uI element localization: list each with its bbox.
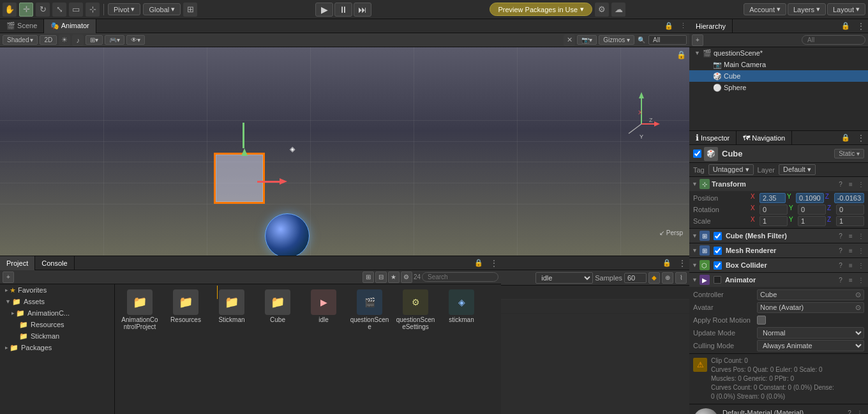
sphere-viewport-object[interactable] [265,213,310,256]
boxcollider-more-btn[interactable]: ⋮ [857,261,865,270]
anim-keyframe-btn[interactable]: ◆ [648,272,660,284]
hier-search-input[interactable] [802,35,865,45]
anim-samples-input[interactable] [624,273,647,283]
transform-more-btn[interactable]: ⋮ [857,180,865,188]
scene-vfx-dropdown[interactable]: 🎮▾ [105,35,124,45]
scale-x-field[interactable]: 1 [760,216,788,226]
move-tool[interactable]: ✛ [19,3,33,17]
pause-button[interactable]: ⏸ [334,3,352,17]
scale-tool[interactable]: ⤡ [52,3,66,17]
cloud-icon[interactable]: ☁ [611,3,625,17]
proj-content-cube-folder[interactable]: 📁 Cube [255,287,300,333]
material-more-btn[interactable]: ⋮ [855,408,864,414]
proj-content-questionscenesettings[interactable]: ⚙ questionSceneSettings [393,287,438,333]
2d-toggle[interactable]: 2D [40,35,57,45]
pos-x-field[interactable]: 2.35 [760,193,786,203]
proj-settings-btn[interactable]: ⚙ [401,272,412,283]
scene-more-icon[interactable]: ⋮ [677,22,689,30]
tab-project[interactable]: Project [0,256,35,270]
meshfilter-settings-btn[interactable]: ≡ [846,231,855,240]
anim-add-key-btn[interactable]: ⊕ [662,272,673,284]
preview-packages-btn[interactable]: Preview Packages in Use ▾ [490,3,592,16]
meshrenderer-settings-btn[interactable]: ≡ [846,246,855,255]
animator-header[interactable]: ▼ ▶ Animator ? ≡ ⋮ [689,273,868,287]
hier-more-icon[interactable]: ⋮ [854,21,868,31]
layer-dropdown[interactable]: Default ▾ [779,164,816,175]
camera-dropdown[interactable]: 📷▾ [577,35,597,45]
avatar-field[interactable]: None (Avatar) ⊙ [757,302,864,313]
gizmos-dropdown[interactable]: Gizmos ▾ [599,35,634,45]
anim-more-icon[interactable]: ⋮ [675,258,689,268]
boxcollider-settings-btn[interactable]: ≡ [846,261,855,270]
pivot-btn[interactable]: Pivot▾ [108,3,140,15]
global-btn[interactable]: Global▾ [143,3,181,15]
inspector-tab[interactable]: ℹ Inspector [689,131,737,145]
pos-y-field[interactable]: 0.1090 [796,193,824,203]
boxcollider-help-btn[interactable]: ? [836,261,845,270]
proj-fav-btn[interactable]: ★ [388,272,400,283]
meshrenderer-checkbox[interactable] [714,247,722,255]
proj-content-resources[interactable]: 📁 Resources [163,287,208,333]
insp-lock-icon[interactable]: 🔒 [839,134,853,142]
proj-content-animcontrol[interactable]: 📁 AnimationControlProject [117,287,162,333]
proj-lock-icon[interactable]: 🔒 [472,259,486,267]
scale-z-field[interactable]: 1 [836,216,864,226]
hier-item-sphere[interactable]: ⚪ Sphere [689,82,868,93]
hand-tool[interactable]: ✋ [3,3,17,17]
insp-more-icon[interactable]: ⋮ [854,133,868,143]
transform-settings-btn[interactable]: ≡ [846,180,855,188]
tab-console[interactable]: Console [35,256,74,270]
boxcollider-checkbox[interactable] [714,261,722,270]
play-button[interactable]: ▶ [315,3,333,17]
box-collider-header[interactable]: ▼ ⬡ Box Collider ? ≡ ⋮ [689,258,868,272]
transform-tool[interactable]: ⊹ [86,3,100,17]
transform-header[interactable]: ▼ ⊹ Transform ? ≡ ⋮ [689,177,868,191]
proj-more-icon[interactable]: ⋮ [487,258,501,268]
rot-x-field[interactable]: 0 [760,204,788,215]
culling-mode-select[interactable]: Always Animate Cull Update Transforms Cu… [757,340,864,351]
static-dropdown[interactable]: Static ▾ [834,149,864,158]
tag-dropdown[interactable]: Untagged ▾ [708,164,754,175]
animator-checkbox[interactable] [714,276,721,284]
grid-btn[interactable]: ⊞ [183,3,197,17]
scene-close-icon[interactable]: ✕ [564,34,575,46]
anim-curves-btn[interactable]: ⌇ [675,272,687,284]
step-button[interactable]: ⏭ [354,3,371,17]
pos-z-field[interactable]: -0.0163 [834,193,864,203]
timeline-cursor[interactable] [217,286,218,299]
hier-item-main-camera[interactable]: 📷 Main Camera [689,59,868,70]
tab-scene[interactable]: 🎬 Scene [0,19,44,33]
scene-audio-icon[interactable]: ♪ [72,34,84,46]
proj-assets-item[interactable]: ▼ 📁 Assets [0,296,114,307]
proj-stickman-item[interactable]: 📁 Stickman [0,330,114,342]
meshfilter-checkbox[interactable] [714,232,722,240]
tab-animator[interactable]: 🎭 Animator [44,19,96,33]
transform-help-btn[interactable]: ? [836,180,845,188]
hierarchy-tab[interactable]: Hierarchy [689,19,733,33]
proj-view-btn[interactable]: ⊞ [363,272,374,283]
gear-icon[interactable]: ⚙ [595,3,609,17]
cube-viewport-object[interactable]: ◈ [214,153,265,204]
shaded-dropdown[interactable]: Shaded▾ [3,35,38,45]
scene-hidden-dropdown[interactable]: 👁▾ [126,35,145,45]
meshfilter-more-btn[interactable]: ⋮ [857,231,865,240]
animator-more-btn[interactable]: ⋮ [857,275,865,284]
proj-content-questionscene[interactable]: 🎬 questionScene [347,287,392,333]
scene-lock-icon[interactable]: 🔒 [661,22,677,30]
hier-add-btn[interactable]: + [692,34,703,46]
mesh-filter-header[interactable]: ▼ ⊞ Cube (Mesh Filter) ? ≡ ⋮ [689,229,868,243]
anim-lock-icon[interactable]: 🔒 [660,259,674,267]
proj-search-btn[interactable]: ⊟ [375,272,387,283]
proj-add-btn[interactable]: + [3,272,14,283]
account-menu[interactable]: Account▾ [744,3,786,15]
hier-lock-icon[interactable]: 🔒 [839,22,853,30]
scene-viewport[interactable]: ◈ Y [0,47,689,256]
material-help-btn[interactable]: ? [845,408,854,414]
layout-menu[interactable]: Layout▾ [827,3,865,15]
meshrenderer-help-btn[interactable]: ? [836,246,845,255]
obj-active-checkbox[interactable] [693,150,701,158]
navigation-tab[interactable]: 🗺 Navigation [737,131,792,145]
proj-content-stickman-folder[interactable]: 📁 Stickman [209,287,254,333]
scene-light-icon[interactable]: ☀ [59,34,70,46]
animator-help-btn[interactable]: ? [836,275,845,284]
